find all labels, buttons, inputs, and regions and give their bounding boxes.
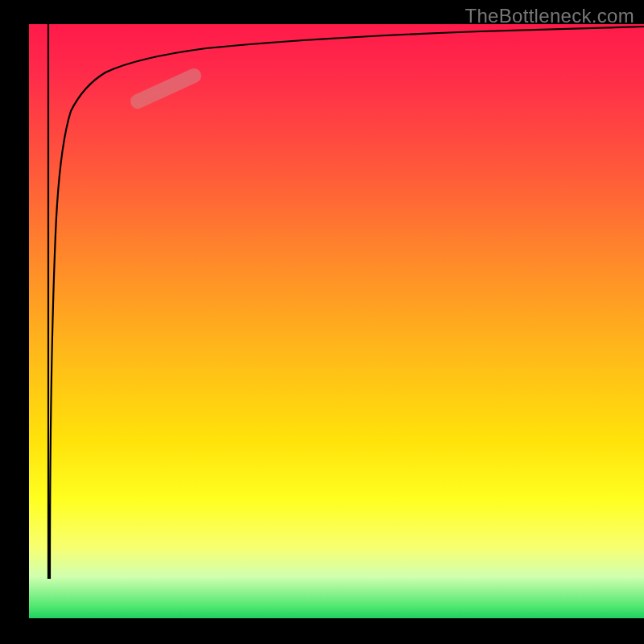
highlight-segment xyxy=(138,76,194,101)
x-axis-band xyxy=(0,618,644,644)
chart-area xyxy=(0,24,644,618)
plot-gradient-background xyxy=(29,24,644,618)
curve-svg xyxy=(29,24,644,618)
watermark-text: TheBottleneck.com xyxy=(464,5,634,27)
